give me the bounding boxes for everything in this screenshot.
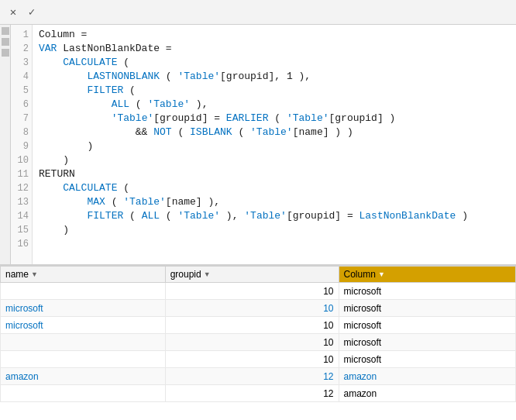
code-line-9: ) [39, 139, 510, 153]
close-icon[interactable]: ✕ [6, 5, 20, 19]
table-header-row: name ▼ groupid ▼ Column ▼ [1, 267, 516, 283]
col-header-column[interactable]: Column ▼ [339, 267, 515, 283]
gutter-marker-1 [2, 27, 9, 35]
col-column-dropdown-icon[interactable]: ▼ [378, 270, 385, 278]
code-content[interactable]: Column = VAR LastNonBlankDate = CALCULAT… [33, 25, 516, 264]
cell-name-6: amazon [1, 368, 166, 385]
code-line-5: FILTER ( [39, 84, 510, 98]
cell-column-2: microsoft [339, 300, 515, 317]
line-num-7: 7 [11, 112, 32, 126]
gutter-marker-3 [2, 49, 9, 57]
cell-groupid-3: 10 [165, 317, 339, 334]
line-num-14: 14 [11, 209, 32, 223]
line-num-15: 15 [11, 223, 32, 237]
gutter-marker-2 [2, 38, 9, 46]
col-header-name-label: name [5, 269, 29, 280]
line-num-8: 8 [11, 126, 32, 139]
table-row: 10 microsoft [1, 334, 516, 351]
cell-groupid-5: 10 [165, 351, 339, 368]
line-num-1: 1 [11, 28, 32, 42]
cell-column-6: amazon [339, 368, 515, 385]
toolbar: ✕ ✓ [0, 0, 516, 25]
cell-column-1: microsoft [339, 283, 515, 300]
cell-groupid-1: 10 [165, 283, 339, 300]
code-line-15: ) [39, 223, 510, 237]
code-line-10: ) [39, 153, 510, 167]
cell-groupid-7: 12 [165, 385, 339, 402]
code-line-2: VAR LastNonBlankDate = [39, 42, 510, 56]
data-table: name ▼ groupid ▼ Column ▼ [0, 266, 516, 402]
cell-column-5: microsoft [339, 351, 515, 368]
table-row: microsoft 10 microsoft [1, 300, 516, 317]
code-line-11: RETURN [39, 167, 510, 181]
table-row: 10 microsoft [1, 351, 516, 368]
cell-name-4 [1, 334, 166, 351]
line-num-4: 4 [11, 70, 32, 84]
line-num-6: 6 [11, 98, 32, 112]
line-num-5: 5 [11, 84, 32, 98]
cell-groupid-4: 10 [165, 334, 339, 351]
col-header-name[interactable]: name ▼ [1, 267, 166, 283]
table-row: 12 amazon [1, 385, 516, 402]
table-row: microsoft 10 microsoft [1, 317, 516, 334]
code-line-6: ALL ( 'Table' ), [39, 98, 510, 112]
code-line-16 [39, 237, 510, 251]
line-num-16: 16 [11, 237, 32, 251]
code-line-12: CALCULATE ( [39, 181, 510, 195]
cell-name-5 [1, 351, 166, 368]
data-table-container: name ▼ groupid ▼ Column ▼ [0, 265, 516, 420]
cell-column-3: microsoft [339, 317, 515, 334]
cell-name-2: microsoft [1, 300, 166, 317]
line-num-12: 12 [11, 181, 32, 195]
code-line-14: FILTER ( ALL ( 'Table' ), 'Table'[groupi… [39, 209, 510, 223]
cell-groupid-6: 12 [165, 368, 339, 385]
code-line-1: Column = [39, 28, 510, 42]
code-line-4: LASTNONBLANK ( 'Table'[groupid], 1 ), [39, 70, 510, 84]
col-name-dropdown-icon[interactable]: ▼ [31, 270, 38, 278]
code-line-3: CALCULATE ( [39, 56, 510, 70]
code-line-7: 'Table'[groupid] = EARLIER ( 'Table'[gro… [39, 112, 510, 126]
table-body: 10 microsoft microsoft 10 microsoft micr… [1, 283, 516, 402]
code-line-8: && NOT ( ISBLANK ( 'Table'[name] ) ) [39, 126, 510, 139]
line-num-10: 10 [11, 153, 32, 167]
col-header-column-label: Column [344, 269, 376, 280]
table-row: 10 microsoft [1, 283, 516, 300]
cell-column-7: amazon [339, 385, 515, 402]
line-num-13: 13 [11, 195, 32, 209]
cell-column-4: microsoft [339, 334, 515, 351]
line-num-11: 11 [11, 167, 32, 181]
line-num-3: 3 [11, 56, 32, 70]
table-row: amazon 12 amazon [1, 368, 516, 385]
cell-name-7 [1, 385, 166, 402]
left-gutter [0, 25, 11, 264]
col-header-groupid-label: groupid [170, 269, 201, 280]
cell-name-1 [1, 283, 166, 300]
cell-name-3: microsoft [1, 317, 166, 334]
line-numbers: 1 2 3 4 5 6 7 8 9 10 11 12 13 14 15 16 [11, 25, 33, 264]
col-groupid-dropdown-icon[interactable]: ▼ [204, 270, 211, 278]
col-header-groupid[interactable]: groupid ▼ [165, 267, 339, 283]
check-icon[interactable]: ✓ [25, 5, 39, 19]
cell-groupid-2: 10 [165, 300, 339, 317]
code-line-13: MAX ( 'Table'[name] ), [39, 195, 510, 209]
line-num-2: 2 [11, 42, 32, 56]
line-num-9: 9 [11, 139, 32, 153]
code-editor: 1 2 3 4 5 6 7 8 9 10 11 12 13 14 15 16 C… [0, 25, 516, 265]
